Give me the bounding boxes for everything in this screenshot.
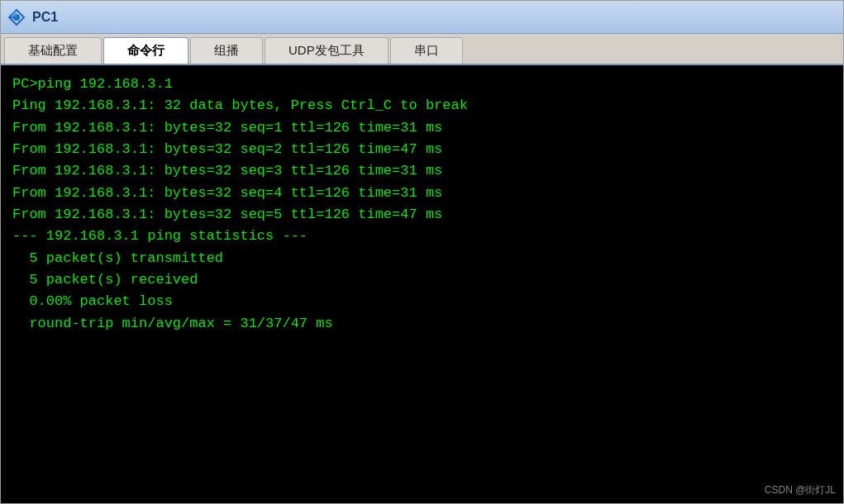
main-window: PC1 基础配置 命令行 组播 UDP发包工具 串口 PC>ping 192.1… <box>0 0 844 504</box>
tab-udp-tool[interactable]: UDP发包工具 <box>265 37 389 64</box>
terminal-line: From 192.168.3.1: bytes=32 seq=2 ttl=126… <box>12 139 832 160</box>
terminal-line: Ping 192.168.3.1: 32 data bytes, Press C… <box>12 95 832 116</box>
tab-basic-config[interactable]: 基础配置 <box>4 37 102 64</box>
terminal-line: round-trip min/avg/max = 31/37/47 ms <box>12 313 832 335</box>
window-title: PC1 <box>32 10 58 25</box>
terminal-line: --- 192.168.3.1 ping statistics --- <box>12 226 832 247</box>
terminal-line: From 192.168.3.1: bytes=32 seq=3 ttl=126… <box>12 160 832 182</box>
terminal-line: From 192.168.3.1: bytes=32 seq=1 ttl=126… <box>12 117 832 139</box>
terminal-line: PC>ping 192.168.3.1 <box>12 74 832 95</box>
tab-multicast[interactable]: 组播 <box>190 37 263 64</box>
window-icon <box>7 8 26 26</box>
terminal-line: From 192.168.3.1: bytes=32 seq=5 ttl=126… <box>12 204 832 226</box>
watermark: CSDN @街灯JL <box>765 483 836 497</box>
title-bar: PC1 <box>1 1 843 34</box>
tab-bar: 基础配置 命令行 组播 UDP发包工具 串口 <box>1 34 843 65</box>
terminal-line: From 192.168.3.1: bytes=32 seq=4 ttl=126… <box>12 183 832 204</box>
terminal-line: 5 packet(s) transmitted <box>12 248 832 269</box>
terminal-line: 5 packet(s) received <box>12 269 832 291</box>
tab-command-line[interactable]: 命令行 <box>103 37 188 64</box>
terminal-line: 0.00% packet loss <box>12 291 832 312</box>
tab-serial[interactable]: 串口 <box>390 37 463 64</box>
terminal-output[interactable]: PC>ping 192.168.3.1Ping 192.168.3.1: 32 … <box>1 65 843 503</box>
